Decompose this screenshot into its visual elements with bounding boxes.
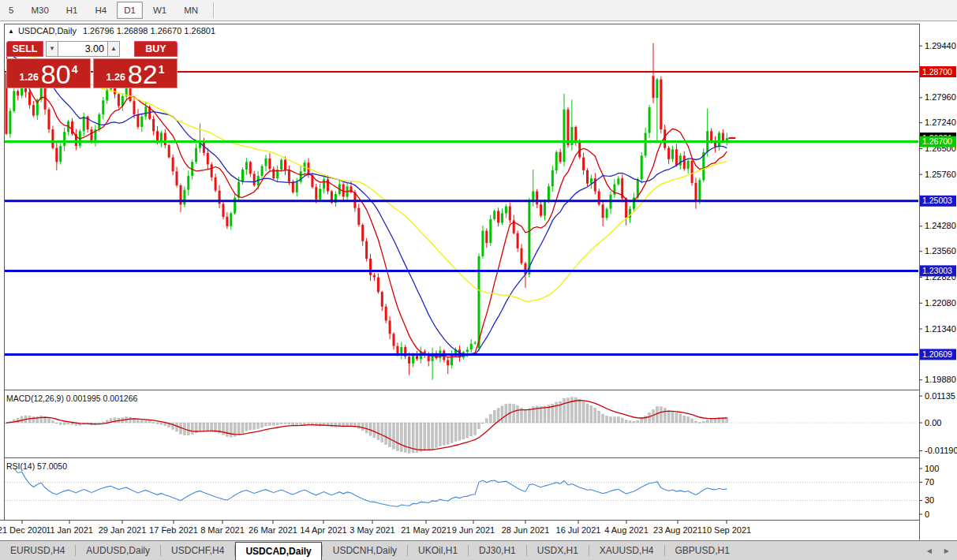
svg-text:1.28700: 1.28700 <box>922 67 952 77</box>
volume-input[interactable] <box>58 41 107 57</box>
sell-price-prefix: 1.26 <box>20 72 39 83</box>
toolbar-separator <box>213 2 215 18</box>
svg-text:28 Jun 2021: 28 Jun 2021 <box>502 525 550 535</box>
svg-text:21 Dec 2020: 21 Dec 2020 <box>0 525 47 535</box>
trade-price-row: 1.26804 1.26821 <box>6 58 178 88</box>
chart-title: ▲USDCAD,Daily1.26796 1.26898 1.26670 1.2… <box>8 26 215 35</box>
svg-text:1.19880: 1.19880 <box>925 375 956 384</box>
chart-tab-usdchf[interactable]: USDCHF,H4 <box>161 542 234 559</box>
chart-symbol-label: USDCAD,Daily <box>18 26 77 35</box>
svg-text:9 Jun 2021: 9 Jun 2021 <box>452 525 495 535</box>
price-axis: 1.294401.279601.272401.265001.257601.242… <box>919 41 957 519</box>
svg-text:100: 100 <box>925 464 939 473</box>
sell-button[interactable]: SELL <box>6 41 43 57</box>
svg-text:14 Apr 2021: 14 Apr 2021 <box>300 525 346 535</box>
svg-text:3 May 2021: 3 May 2021 <box>350 525 394 535</box>
svg-text:1.24280: 1.24280 <box>925 221 956 230</box>
timeframe-button-h4[interactable]: H4 <box>88 2 114 19</box>
svg-text:23 Aug 2021: 23 Aug 2021 <box>653 525 702 535</box>
svg-text:1.25760: 1.25760 <box>925 170 956 179</box>
timeframe-button-m30[interactable]: M30 <box>24 2 55 19</box>
svg-text:1.23003: 1.23003 <box>922 266 952 275</box>
one-click-trading-widget: SELL ▼ ▲ BUY 1.26804 1.26821 <box>6 41 178 88</box>
svg-text:-0.011904: -0.011904 <box>925 446 957 455</box>
chart-tab-xauusd[interactable]: XAUUSD,H4 <box>589 542 664 559</box>
svg-text:17 Feb 2021: 17 Feb 2021 <box>149 525 198 535</box>
chart-tab-usdcad[interactable]: USDCAD,Daily <box>235 542 321 560</box>
chart-ohlc-values: 1.26796 1.26898 1.26670 1.26801 <box>83 26 215 35</box>
svg-text:1.27240: 1.27240 <box>925 118 956 127</box>
svg-text:0: 0 <box>925 510 929 519</box>
svg-text:1.23560: 1.23560 <box>925 246 956 256</box>
svg-text:8 Mar 2021: 8 Mar 2021 <box>200 525 245 535</box>
arrow-down-icon: ▼ <box>49 45 55 52</box>
svg-text:0.00: 0.00 <box>925 418 941 427</box>
tabs-scroll-left-icon[interactable]: ◀ <box>927 547 932 554</box>
svg-text:1.22080: 1.22080 <box>925 298 956 308</box>
chart-tab-ukoil[interactable]: UKOil,H1 <box>408 542 468 559</box>
svg-text:4 Aug 2021: 4 Aug 2021 <box>604 525 649 535</box>
timeframe-toolbar: 5M30H1H4D1W1MN <box>0 0 957 21</box>
chart-tab-bar: EURUSD,H4AUDUSD,DailyUSDCHF,H4USDCAD,Dai… <box>0 540 957 560</box>
svg-text:30: 30 <box>925 495 934 505</box>
rsi-indicator-label: RSI(14) 57.0050 <box>6 461 67 471</box>
trade-order-row: SELL ▼ ▲ BUY <box>6 41 178 57</box>
timeframe-button-w1[interactable]: W1 <box>146 2 174 19</box>
chart-tab-audusd[interactable]: AUDUSD,Daily <box>76 542 160 559</box>
macd-histogram <box>5 398 918 454</box>
svg-text:21 May 2021: 21 May 2021 <box>401 525 451 535</box>
timeframe-button-5[interactable]: 5 <box>2 2 21 19</box>
svg-text:1.20609: 1.20609 <box>922 349 952 359</box>
chart-tab-eurusd[interactable]: EURUSD,H4 <box>0 542 75 559</box>
tabs-scroll-right-icon[interactable]: ▶ <box>944 547 949 554</box>
arrow-up-icon: ▲ <box>110 45 117 52</box>
buy-price-display[interactable]: 1.26821 <box>93 58 178 88</box>
rsi-pane <box>5 469 918 506</box>
svg-text:1.27960: 1.27960 <box>925 92 956 102</box>
timeframe-button-mn[interactable]: MN <box>177 2 205 19</box>
timeframe-button-h1[interactable]: H1 <box>59 2 85 19</box>
collapse-triangle-icon[interactable]: ▲ <box>8 28 14 35</box>
timeframe-button-d1[interactable]: D1 <box>117 2 143 19</box>
date-axis: 21 Dec 202011 Jan 202129 Jan 202117 Feb … <box>0 521 751 535</box>
svg-text:0.01135: 0.01135 <box>925 391 955 401</box>
macd-indicator-label: MACD(12,26,9) 0.001995 0.001266 <box>6 394 137 403</box>
buy-button[interactable]: BUY <box>134 41 178 57</box>
volume-increase-button[interactable]: ▲ <box>107 41 120 57</box>
sell-price-big-digits: 80 <box>41 60 71 88</box>
sell-price-pip-digit: 4 <box>72 63 78 76</box>
svg-text:29 Jan 2021: 29 Jan 2021 <box>99 525 147 535</box>
buy-price-big-digits: 82 <box>128 60 158 88</box>
chart-tab-dj30[interactable]: DJ30,H1 <box>469 542 526 559</box>
svg-text:70: 70 <box>925 477 934 487</box>
svg-text:1.29440: 1.29440 <box>925 41 956 50</box>
chart-tab-usdx[interactable]: USDX,H1 <box>527 542 589 559</box>
svg-text:1.21340: 1.21340 <box>925 324 956 334</box>
buy-price-prefix: 1.26 <box>107 72 125 83</box>
svg-text:16 Jul 2021: 16 Jul 2021 <box>556 525 601 535</box>
trading-terminal: 1.294401.279601.272401.265001.257601.242… <box>0 0 957 560</box>
candles-series <box>6 43 728 380</box>
tab-scroll-arrows: ◀▶ <box>927 547 949 554</box>
volume-spinner: ▼ ▲ <box>46 41 120 57</box>
svg-text:10 Sep 2021: 10 Sep 2021 <box>702 525 751 535</box>
svg-text:1.26700: 1.26700 <box>922 136 952 146</box>
volume-decrease-button[interactable]: ▼ <box>46 41 58 57</box>
svg-text:11 Jan 2021: 11 Jan 2021 <box>46 525 93 535</box>
svg-text:26 Mar 2021: 26 Mar 2021 <box>249 525 297 535</box>
chart-tab-usdcnh[interactable]: USDCNH,Daily <box>323 542 407 559</box>
svg-text:1.25003: 1.25003 <box>922 196 952 205</box>
buy-price-pip-digit: 1 <box>159 63 165 76</box>
chart-frame <box>0 24 920 540</box>
sell-price-display[interactable]: 1.26804 <box>6 58 91 88</box>
chart-tab-gbpusd[interactable]: GBPUSD,H1 <box>665 542 740 559</box>
